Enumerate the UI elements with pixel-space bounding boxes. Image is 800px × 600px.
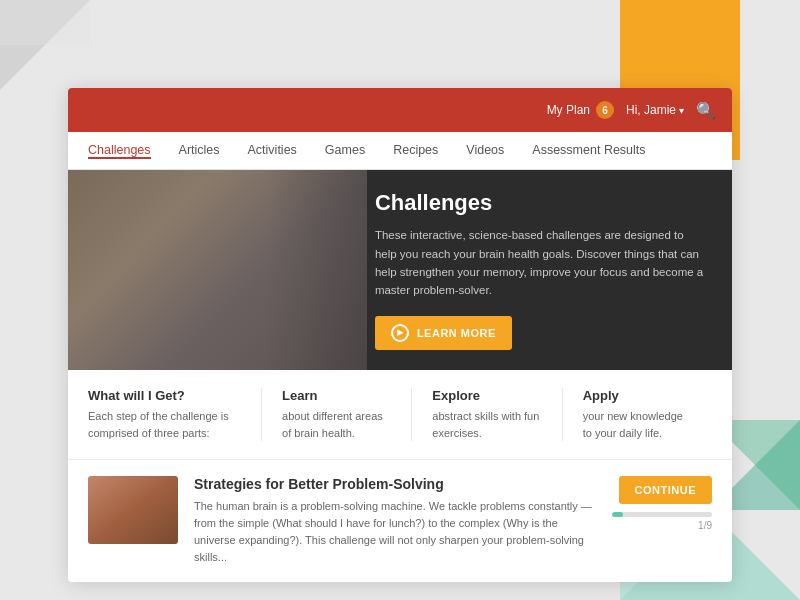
my-plan[interactable]: My Plan 6	[547, 101, 614, 119]
plan-badge: 6	[596, 101, 614, 119]
chevron-down-icon: ▾	[679, 105, 684, 116]
col-what-title: What will I Get?	[88, 388, 241, 403]
nav-item-assessment[interactable]: Assessment Results	[532, 143, 645, 159]
play-icon: ▶	[391, 324, 409, 342]
continue-button[interactable]: CONTINUE	[619, 476, 712, 504]
challenge-thumbnail	[88, 476, 178, 544]
progress-bar-fill	[612, 512, 623, 517]
svg-marker-1	[0, 45, 45, 90]
col-apply-text: your new knowledge to your daily life.	[583, 408, 692, 441]
col-explore: Explore abstract skills with fun exercis…	[412, 388, 562, 441]
progress-area: 1/9	[612, 512, 712, 531]
three-cols-section: What will I Get? Each step of the challe…	[68, 370, 732, 460]
nav-bar: Challenges Articles Activities Games Rec…	[68, 132, 732, 170]
hero-content: Challenges These interactive, science-ba…	[347, 170, 732, 370]
nav-item-games[interactable]: Games	[325, 143, 365, 159]
user-greeting[interactable]: Hi, Jamie ▾	[626, 103, 684, 117]
main-card: My Plan 6 Hi, Jamie ▾ 🔍 Challenges Artic…	[68, 88, 732, 582]
col-what-text: Each step of the challenge is comprised …	[88, 408, 241, 441]
learn-more-button[interactable]: ▶ LEARN MORE	[375, 316, 512, 350]
hero-title: Challenges	[375, 190, 704, 216]
greeting-text: Hi, Jamie	[626, 103, 676, 117]
nav-item-videos[interactable]: Videos	[466, 143, 504, 159]
nav-item-recipes[interactable]: Recipes	[393, 143, 438, 159]
col-learn-text: about different areas of brain health.	[282, 408, 391, 441]
col-what: What will I Get? Each step of the challe…	[88, 388, 262, 441]
top-bar: My Plan 6 Hi, Jamie ▾ 🔍	[68, 88, 732, 132]
challenge-info: Strategies for Better Problem-Solving Th…	[194, 476, 596, 566]
col-explore-text: abstract skills with fun exercises.	[432, 408, 541, 441]
challenge-title: Strategies for Better Problem-Solving	[194, 476, 596, 492]
progress-bar-container	[612, 512, 712, 517]
col-explore-title: Explore	[432, 388, 541, 403]
learn-more-label: LEARN MORE	[417, 327, 496, 339]
nav-item-activities[interactable]: Activities	[248, 143, 297, 159]
challenge-description: The human brain is a problem-solving mac…	[194, 498, 596, 566]
progress-label: 1/9	[612, 520, 712, 531]
search-icon[interactable]: 🔍	[696, 101, 716, 120]
challenge-action: CONTINUE 1/9	[612, 476, 712, 531]
challenge-card: Strategies for Better Problem-Solving Th…	[68, 460, 732, 582]
my-plan-label: My Plan	[547, 103, 590, 117]
col-apply-title: Apply	[583, 388, 692, 403]
col-learn-title: Learn	[282, 388, 391, 403]
nav-item-articles[interactable]: Articles	[179, 143, 220, 159]
col-learn: Learn about different areas of brain hea…	[262, 388, 412, 441]
hero-section: Challenges These interactive, science-ba…	[68, 170, 732, 370]
col-apply: Apply your new knowledge to your daily l…	[563, 388, 712, 441]
nav-item-challenges[interactable]: Challenges	[88, 143, 151, 159]
hero-description: These interactive, science-based challen…	[375, 226, 704, 300]
